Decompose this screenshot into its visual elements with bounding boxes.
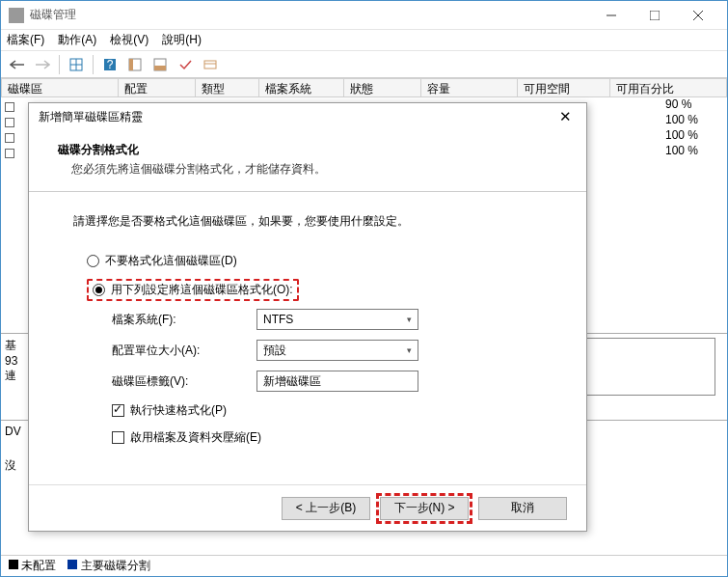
- check-icon[interactable]: [175, 54, 196, 75]
- chevron-down-icon: ▾: [407, 345, 412, 355]
- vl-label: 磁碟區標籤(V):: [112, 373, 256, 390]
- pct-value: 100 %: [665, 128, 698, 144]
- radio-no-format[interactable]: 不要格式化這個磁碟區(D): [87, 251, 542, 270]
- chevron-down-icon: ▾: [407, 315, 412, 324]
- window-title: 磁碟管理: [30, 7, 589, 23]
- col-status[interactable]: 狀態: [344, 78, 421, 96]
- cancel-button[interactable]: 取消: [478, 497, 567, 520]
- grid-icon[interactable]: [66, 54, 87, 75]
- dialog-instruction: 請選擇您是否要格式化這個磁碟區，如果要，您要使用什麼設定。: [73, 213, 542, 230]
- svg-rect-12: [154, 66, 166, 70]
- minimize-button[interactable]: [589, 2, 633, 29]
- toolbar: ?: [1, 51, 727, 78]
- col-free[interactable]: 可用空間: [518, 78, 610, 96]
- app-icon: [9, 8, 24, 23]
- svg-text:?: ?: [107, 58, 114, 71]
- col-layout[interactable]: 配置: [119, 78, 196, 96]
- maximize-button[interactable]: [633, 2, 676, 29]
- fs-label: 檔案系統(F):: [112, 312, 256, 328]
- col-pct[interactable]: 可用百分比: [610, 78, 727, 96]
- dialog-heading: 磁碟分割格式化: [58, 142, 557, 158]
- svg-rect-13: [204, 61, 216, 69]
- au-label: 配置單位大小(A):: [112, 343, 256, 359]
- svg-rect-1: [650, 11, 660, 20]
- col-volume[interactable]: 磁碟區: [1, 78, 119, 96]
- pct-value: 90 %: [665, 97, 698, 113]
- forward-icon[interactable]: [32, 54, 53, 75]
- dialog-subheading: 您必須先將這個磁碟分割格式化，才能儲存資料。: [58, 161, 557, 178]
- table-header: 磁碟區 配置 類型 檔案系統 狀態 容量 可用空間 可用百分比: [1, 78, 727, 97]
- volume-label-input[interactable]: 新增磁碟區: [256, 371, 418, 392]
- dialog-title: 新增簡單磁碟區精靈: [39, 109, 553, 125]
- pct-value: 100 %: [665, 144, 698, 159]
- panel1-icon[interactable]: [124, 54, 146, 75]
- legend: 未配置 主要磁碟分割: [1, 555, 727, 576]
- menu-file[interactable]: 檔案(F): [7, 32, 44, 48]
- menu-view[interactable]: 檢視(V): [110, 32, 148, 48]
- col-type[interactable]: 類型: [196, 78, 259, 96]
- menu-action[interactable]: 動作(A): [58, 32, 96, 48]
- close-button[interactable]: [676, 2, 719, 29]
- fs-select[interactable]: NTFS▾: [256, 309, 418, 330]
- pct-value: 100 %: [665, 113, 698, 128]
- back-icon[interactable]: [7, 54, 28, 75]
- svg-rect-10: [129, 59, 133, 70]
- back-button[interactable]: < 上一步(B): [282, 497, 370, 520]
- radio-format[interactable]: 用下列設定將這個磁碟區格式化(O):: [87, 280, 542, 299]
- col-fs[interactable]: 檔案系統: [259, 78, 344, 96]
- col-capacity[interactable]: 容量: [421, 78, 518, 96]
- menubar: 檔案(F) 動作(A) 檢視(V) 說明(H): [1, 30, 727, 51]
- quick-format-checkbox[interactable]: 執行快速格式化(P): [112, 401, 542, 419]
- next-button[interactable]: 下一步(N) >: [380, 497, 469, 520]
- menu-help[interactable]: 說明(H): [162, 32, 202, 48]
- panel2-icon[interactable]: [149, 54, 171, 75]
- wizard-dialog: 新增簡單磁碟區精靈 ✕ 磁碟分割格式化 您必須先將這個磁碟分割格式化，才能儲存資…: [28, 102, 587, 532]
- dialog-close-icon[interactable]: ✕: [553, 108, 577, 125]
- help-icon[interactable]: ?: [99, 54, 121, 75]
- list-icon[interactable]: [200, 54, 221, 75]
- compression-checkbox[interactable]: 啟用檔案及資料夾壓縮(E): [112, 428, 542, 446]
- au-select[interactable]: 預設▾: [256, 340, 418, 361]
- main-titlebar: 磁碟管理: [1, 1, 727, 30]
